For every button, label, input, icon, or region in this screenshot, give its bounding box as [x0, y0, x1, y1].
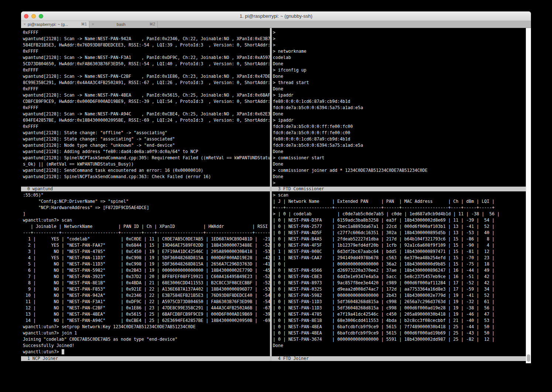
pane-divider[interactable] [270, 28, 272, 361]
scrollbar[interactable] [526, 28, 531, 363]
close-icon[interactable]: ✕ [92, 21, 95, 28]
pane-ncp-joiner-output[interactable]: :55:05)" "Config:NCP:DriverName" => "spi… [21, 191, 270, 356]
pane-wpantund-output[interactable]: 0xFFFF wpantund[2128]: Scan -> Name:NEST… [21, 28, 270, 187]
terminal-cursor [62, 349, 64, 354]
pane-ftd-commissioner-output[interactable]: > > > > networkname codelab Done > ifcon… [272, 28, 526, 187]
tab-ssh-session[interactable]: ✕ pi@raspberrypi: ~ (g... ⌘1 [21, 21, 89, 28]
window-titlebar[interactable]: 1. pi@raspberrypi: ~ (gnubby-ssh) [21, 11, 531, 21]
pane-status-ftd-joiner: 4 FTD Joiner [272, 356, 526, 361]
pane-status-ncp-joiner: 1 NCP Joiner [21, 356, 270, 361]
tab-title: bash [96, 21, 146, 28]
tab-bash[interactable]: ✕ bash ⌘2 [89, 21, 158, 28]
scrollbar-thumb[interactable] [527, 354, 530, 362]
pane-status-ftd-commissioner: 3 FTD Commissioner [272, 187, 526, 191]
tab-bar: ✕ pi@raspberrypi: ~ (g... ⌘1 ✕ bash ⌘2 [21, 21, 531, 28]
window-title: 1. pi@raspberrypi: ~ (gnubby-ssh) [21, 11, 531, 21]
tab-shortcut: ⌘1 [81, 21, 87, 28]
terminal-window: 1. pi@raspberrypi: ~ (gnubby-ssh) ✕ pi@r… [21, 11, 531, 363]
pane-ftd-joiner-output[interactable]: > scan | J | Network Name | Extended PAN… [272, 191, 526, 356]
tab-title: pi@raspberrypi: ~ (g... [28, 21, 78, 28]
tab-shortcut: ⌘2 [149, 21, 155, 28]
close-icon[interactable]: ✕ [23, 21, 26, 28]
pane-status-wpantund: 0 wpantund [21, 187, 270, 191]
